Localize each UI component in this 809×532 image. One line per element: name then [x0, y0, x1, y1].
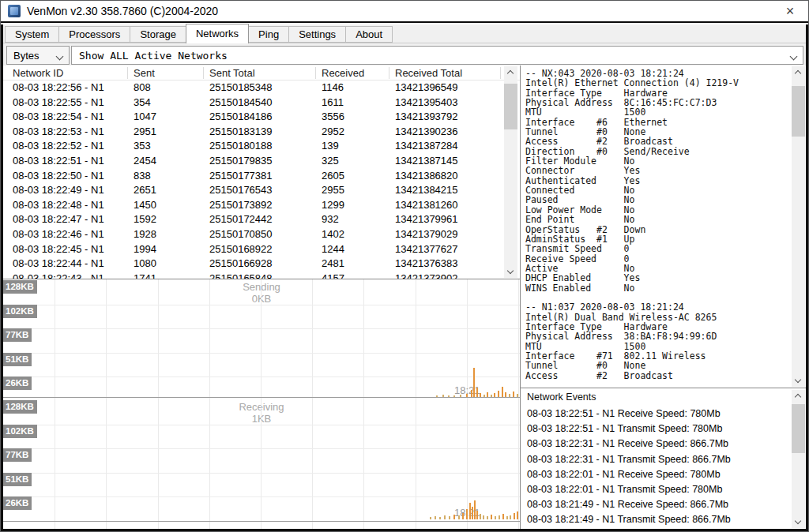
tab-processors[interactable]: Processors — [58, 26, 130, 43]
traffic-spike — [517, 511, 518, 519]
tab-storage[interactable]: Storage — [130, 26, 186, 43]
table-cell: 08-03 18:22:45 - N1 — [13, 242, 104, 257]
table-cell: 25150176543 — [209, 183, 273, 198]
gridline-horizontal — [3, 496, 520, 497]
table-cell: 1592 — [134, 212, 156, 227]
tab-about[interactable]: About — [345, 26, 393, 43]
app-icon — [8, 5, 21, 17]
gridline-vertical — [55, 398, 55, 529]
table-cell: 13421379029 — [395, 227, 458, 242]
table-cell: 1047 — [134, 110, 156, 125]
tab-networks[interactable]: Networks — [186, 24, 249, 43]
table-row[interactable]: 08-03 18:22:54 - N1104725150184186355613… — [3, 110, 504, 125]
scroll-up-icon[interactable] — [795, 394, 801, 400]
table-cell: 25150166928 — [209, 257, 273, 272]
traffic-spike — [453, 515, 455, 519]
app-window: VenMon v2.30 358.7860 (C)2004-2020 × Sys… — [0, 0, 809, 532]
gridline-vertical — [416, 398, 416, 529]
traffic-spike — [480, 514, 481, 519]
scroll-down-icon[interactable] — [795, 377, 801, 383]
column-separator — [203, 67, 204, 79]
table-row[interactable]: 08-03 18:22:55 - N1354251501845401611134… — [3, 96, 504, 111]
gridline-vertical — [312, 398, 313, 529]
table-cell: 25150184186 — [209, 110, 273, 125]
table-row[interactable]: 08-03 18:22:53 - N1295125150183139295213… — [3, 125, 504, 140]
column-header[interactable]: Received Total — [395, 66, 462, 81]
table-cell: 08-03 18:22:53 - N1 — [13, 125, 104, 140]
traffic-spike — [442, 395, 444, 397]
details-scrollbar[interactable] — [792, 66, 805, 387]
event-row[interactable]: 08-03 18:22:31 - N1 Receive Speed: 866.7… — [527, 436, 787, 451]
table-row[interactable]: 08-03 18:22:45 - N1199425150168922124413… — [3, 242, 504, 257]
tab-ping[interactable]: Ping — [248, 26, 289, 43]
table-header: Network IDSentSent TotalReceivedReceived… — [3, 66, 520, 81]
table-row[interactable]: 08-03 18:22:47 - N1159225150172442932134… — [3, 212, 504, 227]
interface-details-panel: -- NX:043 2020-08-03 18:21:24 Intel(R) E… — [521, 66, 806, 388]
window-title: VenMon v2.30 358.7860 (C)2004-2020 — [27, 5, 218, 17]
scroll-down-icon[interactable] — [507, 268, 514, 274]
tab-settings[interactable]: Settings — [288, 26, 346, 43]
table-row[interactable]: 08-03 18:22:52 - N1353251501801881391342… — [3, 139, 504, 154]
column-header[interactable]: Received — [322, 66, 364, 81]
table-cell: 08-03 18:22:51 - N1 — [13, 154, 104, 169]
scroll-up-icon[interactable] — [507, 70, 514, 77]
table-row[interactable]: 08-03 18:22:43 - N1174125150165848415713… — [3, 272, 504, 279]
traffic-spike — [476, 388, 478, 397]
table-cell: 08-03 18:22:49 - N1 — [13, 183, 104, 198]
traffic-spike — [494, 393, 495, 397]
event-row[interactable]: 08-03 18:22:01 - N1 Transmit Speed: 780M… — [527, 482, 787, 497]
column-header[interactable]: Sent — [134, 66, 155, 81]
gridline-horizontal — [3, 377, 520, 377]
tab-system[interactable]: System — [5, 26, 59, 43]
traffic-spike — [487, 392, 488, 397]
column-header[interactable]: Network ID — [13, 66, 63, 81]
table-row[interactable]: 08-03 18:22:49 - N1265125150176543295513… — [3, 183, 504, 198]
toolbar: Bytes Show ALL Active Networks — [3, 43, 806, 66]
close-button[interactable]: × — [777, 1, 803, 21]
table-row[interactable]: 08-03 18:22:51 - N1245425150179835325134… — [3, 154, 504, 169]
table-scrollbar[interactable] — [504, 66, 517, 278]
traffic-spike — [502, 387, 503, 397]
scroll-down-icon[interactable] — [795, 518, 801, 524]
event-row[interactable]: 08-03 18:22:31 - N1 Transmit Speed: 866.… — [527, 452, 787, 467]
unit-dropdown[interactable]: Bytes — [6, 46, 70, 65]
gridline-horizontal — [3, 305, 520, 305]
traffic-spike — [449, 516, 450, 519]
table-cell: 2955 — [322, 183, 344, 198]
gridline-horizontal — [3, 473, 520, 474]
table-row[interactable]: 08-03 18:22:46 - N1192825150170850140213… — [3, 227, 504, 242]
table-cell: 25150184540 — [209, 96, 273, 111]
scroll-up-icon[interactable] — [795, 70, 801, 77]
traffic-spike — [460, 395, 461, 397]
table-row[interactable]: 08-03 18:22:56 - N1808251501853481146134… — [3, 81, 504, 96]
scrollbar-thumb[interactable] — [792, 86, 805, 137]
table-cell: 13421379961 — [395, 212, 458, 227]
event-row[interactable]: 08-03 18:22:51 - N1 Receive Speed: 780Mb — [527, 406, 787, 421]
table-cell: 1402 — [322, 227, 344, 242]
table-cell: 08-03 18:22:52 - N1 — [13, 139, 104, 154]
table-row[interactable]: 08-03 18:22:48 - N1145025150173892129913… — [3, 198, 504, 213]
unit-dropdown-value: Bytes — [13, 50, 40, 62]
table-cell: 932 — [322, 212, 339, 227]
sending-chart-title: Sending — [3, 281, 520, 293]
table-row[interactable]: 08-03 18:22:44 - N1108025150166928248113… — [3, 257, 504, 272]
events-scrollbar[interactable] — [792, 390, 805, 528]
table-cell: 25150173892 — [209, 198, 273, 213]
gridline-horizontal — [3, 353, 520, 354]
event-row[interactable]: 08-03 18:22:51 - N1 Transmit Speed: 780M… — [527, 421, 787, 436]
scrollbar-thumb[interactable] — [504, 84, 517, 129]
traffic-spike — [499, 515, 500, 519]
event-row[interactable]: 08-03 18:22:01 - N1 Receive Speed: 780Mb — [527, 467, 787, 482]
traffic-spike — [487, 516, 488, 519]
table-row[interactable]: 08-03 18:22:50 - N1838251501773812605134… — [3, 169, 504, 184]
column-header[interactable]: Sent Total — [209, 66, 255, 81]
table-cell: 13421373902 — [395, 272, 458, 279]
network-events-list: 08-03 18:22:51 - N1 Receive Speed: 780Mb… — [527, 406, 787, 529]
traffic-spike — [472, 507, 473, 519]
network-filter-dropdown[interactable]: Show ALL Active Networks — [71, 46, 803, 65]
scrollbar-thumb[interactable] — [792, 404, 805, 453]
event-row[interactable]: 08-03 18:21:49 - N1 Transmit Speed: 866.… — [527, 512, 787, 527]
event-row[interactable]: 08-03 18:21:49 - N1 Receive Speed: 866.7… — [527, 497, 787, 512]
traffic-spike — [439, 517, 441, 519]
table-cell: 2481 — [322, 257, 344, 272]
